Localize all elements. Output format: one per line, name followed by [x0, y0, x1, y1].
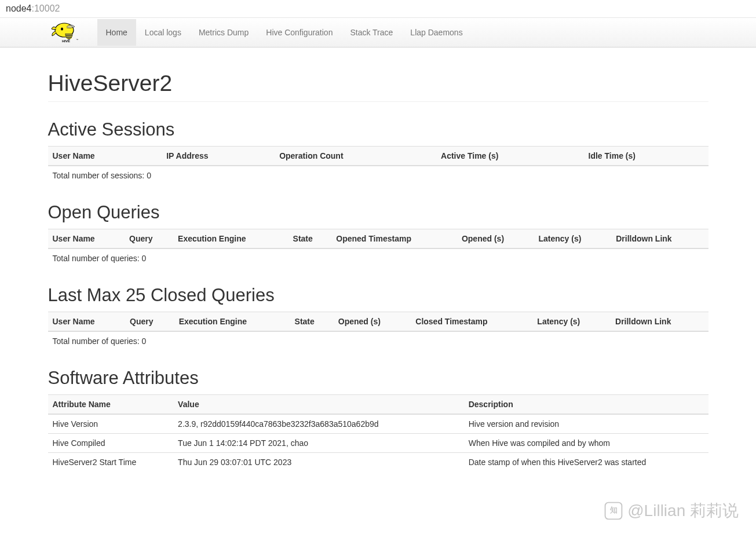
col-operation-count: Operation Count	[275, 147, 436, 166]
table-header-row: User Name IP Address Operation Count Act…	[48, 147, 708, 166]
attr-name: Hive Version	[48, 414, 174, 434]
col-active-time: Active Time (s)	[436, 147, 583, 166]
table-closed-queries: User Name Query Execution Engine State O…	[48, 312, 708, 350]
nav-item-hive-configuration[interactable]: Hive Configuration	[257, 19, 341, 46]
brand-logo[interactable]: HIVE ™	[48, 18, 97, 47]
col-user-name: User Name	[48, 312, 126, 332]
attr-desc: Hive version and revision	[464, 414, 708, 434]
table-header-row: Attribute Name Value Description	[48, 395, 708, 415]
section-open-queries: Open Queries User Name Query Execution E…	[48, 202, 708, 268]
col-user-name: User Name	[48, 147, 162, 166]
attr-name: Hive Compiled	[48, 434, 174, 453]
nav-item-home[interactable]: Home	[97, 19, 136, 46]
table-footer-row: Total number of queries: 0	[48, 331, 708, 350]
table-row: HiveServer2 Start Time Thu Jun 29 03:07:…	[48, 453, 708, 472]
col-state: State	[288, 229, 332, 249]
table-open-queries: User Name Query Execution Engine State O…	[48, 229, 708, 268]
col-query: Query	[125, 229, 173, 249]
hive-logo-icon: HIVE ™	[48, 21, 89, 44]
attr-value: 2.3.9, r92dd0159f440ca7863be3232f3a683a5…	[173, 414, 464, 434]
col-drilldown-link: Drilldown Link	[611, 312, 708, 332]
section-closed-queries: Last Max 25 Closed Queries User Name Que…	[48, 285, 708, 350]
open-queries-total: Total number of queries: 0	[48, 248, 708, 268]
page-header: HiveServer2	[48, 71, 708, 102]
table-header-row: User Name Query Execution Engine State O…	[48, 312, 708, 332]
section-active-sessions: Active Sessions User Name IP Address Ope…	[48, 119, 708, 185]
table-footer-row: Total number of sessions: 0	[48, 166, 708, 185]
table-row: Hive Compiled Tue Jun 1 14:02:14 PDT 202…	[48, 434, 708, 453]
nav-item-local-logs[interactable]: Local logs	[136, 19, 190, 46]
col-execution-engine: Execution Engine	[173, 229, 288, 249]
nav-item-stack-trace[interactable]: Stack Trace	[341, 19, 401, 46]
col-opened-timestamp: Opened Timestamp	[331, 229, 457, 249]
attr-name: HiveServer2 Start Time	[48, 453, 174, 472]
port-text: :10002	[32, 3, 60, 13]
svg-text:™: ™	[76, 38, 78, 41]
col-description: Description	[464, 395, 708, 415]
col-ip-address: IP Address	[162, 147, 275, 166]
attr-desc: When Hive was compiled and by whom	[464, 434, 708, 453]
section-software-attributes: Software Attributes Attribute Name Value…	[48, 368, 708, 471]
navbar: HIVE ™ Home Local logs Metrics Dump Hive…	[0, 18, 756, 47]
table-active-sessions: User Name IP Address Operation Count Act…	[48, 146, 708, 185]
nav-item-llap-daemons[interactable]: Llap Daemons	[401, 19, 471, 46]
col-execution-engine: Execution Engine	[174, 312, 290, 332]
col-opened-s: Opened (s)	[457, 229, 534, 249]
col-attribute-name: Attribute Name	[48, 395, 174, 415]
heading-active-sessions: Active Sessions	[48, 119, 708, 140]
closed-queries-total: Total number of queries: 0	[48, 331, 708, 350]
nav-tabs: Home Local logs Metrics Dump Hive Config…	[97, 19, 472, 46]
col-latency-s: Latency (s)	[532, 312, 611, 332]
table-footer-row: Total number of queries: 0	[48, 248, 708, 268]
col-state: State	[290, 312, 334, 332]
host-text: node4	[6, 3, 32, 13]
col-closed-timestamp: Closed Timestamp	[411, 312, 532, 332]
heading-open-queries: Open Queries	[48, 202, 708, 223]
sessions-total: Total number of sessions: 0	[48, 166, 708, 185]
table-software-attributes: Attribute Name Value Description Hive Ve…	[48, 394, 708, 471]
col-drilldown-link: Drilldown Link	[611, 229, 708, 249]
col-latency-s: Latency (s)	[534, 229, 611, 249]
table-row: Hive Version 2.3.9, r92dd0159f440ca7863b…	[48, 414, 708, 434]
svg-text:HIVE: HIVE	[62, 39, 70, 43]
heading-closed-queries: Last Max 25 Closed Queries	[48, 285, 708, 306]
page-title: HiveServer2	[48, 71, 708, 96]
attr-desc: Date stamp of when this HiveServer2 was …	[464, 453, 708, 472]
heading-software-attributes: Software Attributes	[48, 368, 708, 389]
attr-value: Tue Jun 1 14:02:14 PDT 2021, chao	[173, 434, 464, 453]
main-container: HiveServer2 Active Sessions User Name IP…	[39, 71, 717, 471]
nav-item-metrics-dump[interactable]: Metrics Dump	[190, 19, 257, 46]
table-header-row: User Name Query Execution Engine State O…	[48, 229, 708, 249]
col-query: Query	[125, 312, 174, 332]
col-opened-s: Opened (s)	[334, 312, 411, 332]
svg-point-1	[61, 28, 63, 31]
address-bar: node4:10002	[0, 0, 756, 18]
attr-value: Thu Jun 29 03:07:01 UTC 2023	[173, 453, 464, 472]
col-user-name: User Name	[48, 229, 125, 249]
col-value: Value	[173, 395, 464, 415]
col-idle-time: Idle Time (s)	[584, 147, 708, 166]
